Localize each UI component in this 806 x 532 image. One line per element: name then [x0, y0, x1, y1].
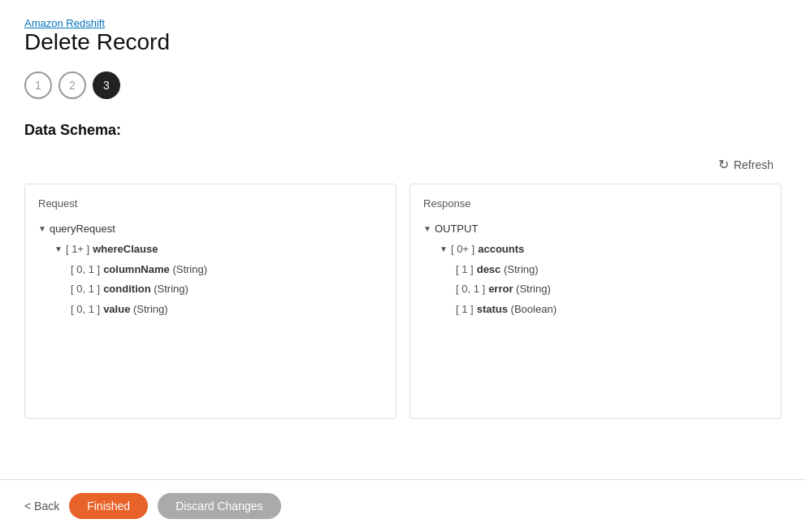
refresh-button[interactable]: ↻ Refresh [710, 152, 782, 177]
footer: < Back Finished Discard Changes [0, 479, 806, 532]
chevron-icon: ▼ [38, 223, 46, 236]
tree-item-status: [ 1 ] status (Boolean) [423, 300, 768, 320]
step-3[interactable]: 3 [93, 71, 120, 99]
tree-item-output: ▼ OUTPUT [423, 219, 768, 240]
step-1[interactable]: 1 [24, 71, 52, 99]
discard-changes-button[interactable]: Discard Changes [158, 493, 280, 519]
chevron-icon: ▼ [54, 243, 63, 256]
request-panel-label: Request [38, 197, 383, 210]
tree-item-accounts: ▼ [ 0+ ] accounts [423, 240, 768, 260]
panels-row: Request ▼ queryRequest ▼ [ 1+ ] whereCla… [24, 184, 782, 419]
tree-item-whereclause: ▼ [ 1+ ] whereClause [38, 240, 383, 260]
finished-button[interactable]: Finished [69, 493, 148, 519]
breadcrumb-link[interactable]: Amazon Redshift [24, 17, 105, 29]
refresh-icon: ↻ [718, 157, 729, 172]
schema-header: ↻ Refresh [24, 152, 782, 177]
chevron-icon: ▼ [440, 243, 448, 256]
tree-item-error: [ 0, 1 ] error (String) [423, 279, 768, 300]
tree-item-value: [ 0, 1 ] value (String) [38, 300, 383, 320]
page-title: Delete Record [24, 29, 782, 55]
response-panel-label: Response [423, 197, 768, 210]
tree-item-queryrequest: ▼ queryRequest [38, 219, 383, 240]
chevron-icon: ▼ [423, 223, 431, 236]
response-panel: Response ▼ OUTPUT ▼ [ 0+ ] accounts [ 1 … [410, 184, 782, 419]
back-button[interactable]: < Back [24, 500, 59, 513]
tree-item-columnname: [ 0, 1 ] columnName (String) [38, 260, 383, 280]
tree-item-desc: [ 1 ] desc (String) [423, 260, 768, 280]
request-panel: Request ▼ queryRequest ▼ [ 1+ ] whereCla… [24, 184, 396, 419]
schema-section-label: Data Schema: [24, 122, 782, 139]
step-2[interactable]: 2 [58, 71, 86, 99]
page-container: Amazon Redshift Delete Record 1 2 3 Data… [0, 0, 806, 532]
steps-container: 1 2 3 [24, 71, 782, 99]
tree-item-condition: [ 0, 1 ] condition (String) [38, 279, 383, 300]
